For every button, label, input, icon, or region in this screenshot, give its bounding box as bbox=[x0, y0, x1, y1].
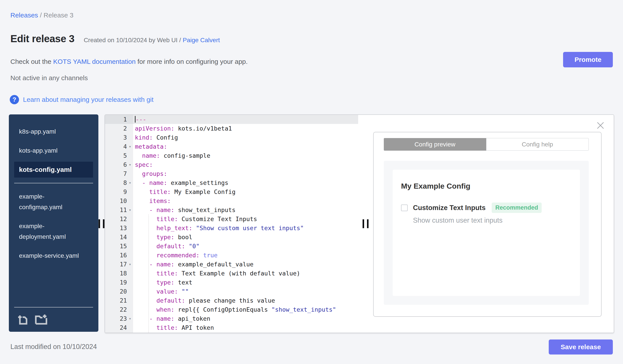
code-line[interactable]: 19 ▾ type: text bbox=[105, 278, 358, 287]
editor-resize-handle[interactable] bbox=[363, 219, 369, 228]
code-line-text[interactable]: title: Customize Text Inputs bbox=[133, 214, 358, 223]
config-preview-box: Config previewConfig help My Example Con… bbox=[373, 132, 601, 317]
code-line[interactable]: 12 ▾ title: Customize Text Inputs bbox=[105, 214, 358, 223]
author-link[interactable]: Paige Calvert bbox=[183, 37, 220, 43]
code-line-text[interactable]: type: bool bbox=[133, 233, 358, 242]
line-number: 24 bbox=[120, 324, 127, 331]
code-line-text[interactable]: type: password bbox=[133, 332, 358, 333]
close-icon[interactable] bbox=[596, 121, 605, 130]
line-gutter: 5 ▾ bbox=[105, 151, 133, 160]
panel-tab[interactable]: Config preview bbox=[384, 138, 486, 151]
breadcrumb: Releases / Release 3 bbox=[10, 12, 73, 19]
code-line-text[interactable]: --- bbox=[133, 115, 358, 124]
code-line-text[interactable]: - name: show_text_inputs bbox=[133, 205, 358, 214]
recommended-badge: Recommended bbox=[492, 202, 542, 213]
code-line[interactable]: 22 ▾ when: repl{{ ConfigOptionEquals "sh… bbox=[105, 305, 358, 314]
code-line[interactable]: 10 ▾ items: bbox=[105, 196, 358, 205]
code-line[interactable]: 18 ▾ title: Text Example (with default v… bbox=[105, 269, 358, 278]
code-line-text[interactable]: - name: example_settings bbox=[133, 178, 358, 187]
code-line-text[interactable]: kind: Config bbox=[133, 133, 358, 142]
config-item-help: Show custom user text inputs bbox=[413, 217, 571, 224]
code-line[interactable]: 13 ▾ help_text: "Show custom user text i… bbox=[105, 223, 358, 233]
code-line-text[interactable]: metadata: bbox=[133, 142, 358, 151]
line-gutter: 4 ▾ bbox=[105, 142, 133, 151]
code-line-text[interactable]: title: My Example Config bbox=[133, 187, 358, 196]
line-number: 21 bbox=[120, 297, 127, 304]
fold-caret-icon[interactable]: ▾ bbox=[127, 317, 133, 321]
code-line[interactable]: 20 ▾ value: "" bbox=[105, 287, 358, 296]
question-mark-icon[interactable]: ? bbox=[10, 95, 19, 104]
git-releases-link[interactable]: Learn about managing your releases with … bbox=[23, 96, 154, 103]
breadcrumb-releases-link[interactable]: Releases bbox=[10, 12, 38, 19]
sidebar-resize-handle[interactable] bbox=[99, 219, 105, 228]
panel-tabs: Config previewConfig help bbox=[384, 138, 589, 151]
sidebar-file-label: example-configmap.yaml bbox=[19, 191, 81, 212]
code-line[interactable]: 7 ▾ groups: bbox=[105, 169, 358, 178]
code-line-text[interactable]: items: bbox=[133, 196, 358, 205]
fold-caret-icon[interactable]: ▾ bbox=[127, 263, 133, 266]
code-line[interactable]: 5 ▾ name: config-sample bbox=[105, 151, 358, 160]
code-line-text[interactable]: title: API token bbox=[133, 323, 358, 332]
code-line-text[interactable]: value: "" bbox=[133, 287, 358, 296]
code-line[interactable]: 16 ▾ recommended: true bbox=[105, 251, 358, 260]
sidebar-file-item[interactable]: kots-config.yaml bbox=[14, 162, 93, 178]
sidebar-file-item[interactable]: example-deployment.yaml bbox=[14, 218, 93, 245]
code-line[interactable]: 15 ▾ default: "0" bbox=[105, 242, 358, 251]
line-number: 12 bbox=[120, 216, 127, 222]
code-line[interactable]: 25 ▾ type: password bbox=[105, 332, 358, 333]
code-line-text[interactable]: groups: bbox=[133, 169, 358, 178]
code-line-text[interactable]: default: "0" bbox=[133, 242, 358, 251]
panel-tab[interactable]: Config help bbox=[486, 138, 589, 151]
config-preview-panel: Config previewConfig help My Example Con… bbox=[358, 115, 614, 333]
main-row: k8s-app.yaml kots-app.yaml kots-config.y… bbox=[9, 114, 614, 333]
line-number: 4 bbox=[123, 143, 127, 150]
code-line-text[interactable]: name: config-sample bbox=[133, 151, 358, 160]
yaml-editor[interactable]: 1 ▾ --- 2 ▾ apiVersion: kots.io/v1beta1 … bbox=[105, 115, 358, 333]
code-line-text[interactable]: apiVersion: kots.io/v1beta1 bbox=[133, 124, 358, 133]
sidebar-file-item[interactable]: example-configmap.yaml bbox=[14, 189, 93, 215]
fold-caret-icon[interactable]: ▾ bbox=[127, 145, 133, 149]
line-number: 10 bbox=[120, 198, 127, 204]
kots-yaml-doc-link[interactable]: KOTS YAML documentation bbox=[53, 58, 135, 65]
code-line-text[interactable]: help_text: "Show custom user text inputs… bbox=[133, 223, 358, 233]
add-folder-icon[interactable] bbox=[35, 313, 48, 325]
save-release-button[interactable]: Save release bbox=[549, 340, 613, 355]
sidebar-file-item[interactable]: k8s-app.yaml bbox=[14, 124, 93, 140]
line-gutter: 12 ▾ bbox=[105, 214, 133, 223]
sidebar-file-item[interactable]: example-service.yaml bbox=[14, 248, 93, 264]
config-item-label: Customize Text Inputs bbox=[413, 204, 486, 212]
code-line-text[interactable]: recommended: true bbox=[133, 251, 358, 260]
code-line[interactable]: 17 ▾ - name: example_default_value bbox=[105, 260, 358, 269]
config-item-checkbox[interactable] bbox=[401, 204, 408, 211]
code-line-text[interactable]: default: please change this value bbox=[133, 296, 358, 305]
code-line[interactable]: 11 ▾ - name: show_text_inputs bbox=[105, 205, 358, 214]
line-gutter: 13 ▾ bbox=[105, 223, 133, 233]
code-line[interactable]: 9 ▾ title: My Example Config bbox=[105, 187, 358, 196]
code-line-text[interactable]: when: repl{{ ConfigOptionEquals "show_te… bbox=[133, 305, 358, 314]
code-line[interactable]: 6 ▾ spec: bbox=[105, 160, 358, 169]
code-line[interactable]: 23 ▾ - name: api_token bbox=[105, 314, 358, 323]
code-line-text[interactable]: - name: example_default_value bbox=[133, 260, 358, 269]
code-line[interactable]: 4 ▾ metadata: bbox=[105, 142, 358, 151]
code-line[interactable]: 3 ▾ kind: Config bbox=[105, 133, 358, 142]
line-gutter: 21 ▾ bbox=[105, 296, 133, 305]
code-line[interactable]: 24 ▾ title: API token bbox=[105, 323, 358, 332]
fold-caret-icon[interactable]: ▾ bbox=[127, 181, 133, 185]
code-line[interactable]: 21 ▾ default: please change this value bbox=[105, 296, 358, 305]
code-line[interactable]: 2 ▾ apiVersion: kots.io/v1beta1 bbox=[105, 124, 358, 133]
fold-caret-icon[interactable]: ▾ bbox=[127, 208, 133, 212]
code-line-text[interactable]: type: text bbox=[133, 278, 358, 287]
code-line[interactable]: 1 ▾ --- bbox=[105, 115, 358, 124]
sidebar-file-item[interactable]: kots-app.yaml bbox=[14, 143, 93, 159]
code-line-text[interactable]: spec: bbox=[133, 160, 358, 169]
line-gutter: 22 ▾ bbox=[105, 305, 133, 314]
line-number: 3 bbox=[123, 134, 127, 141]
code-line-text[interactable]: - name: api_token bbox=[133, 314, 358, 323]
code-line-text[interactable]: title: Text Example (with default value) bbox=[133, 269, 358, 278]
code-line[interactable]: 14 ▾ type: bool bbox=[105, 233, 358, 242]
add-file-icon[interactable] bbox=[17, 313, 30, 325]
fold-caret-icon[interactable]: ▾ bbox=[127, 163, 133, 167]
promote-button[interactable]: Promote bbox=[563, 52, 613, 67]
line-number: 6 bbox=[123, 161, 127, 168]
code-line[interactable]: 8 ▾ - name: example_settings bbox=[105, 178, 358, 187]
